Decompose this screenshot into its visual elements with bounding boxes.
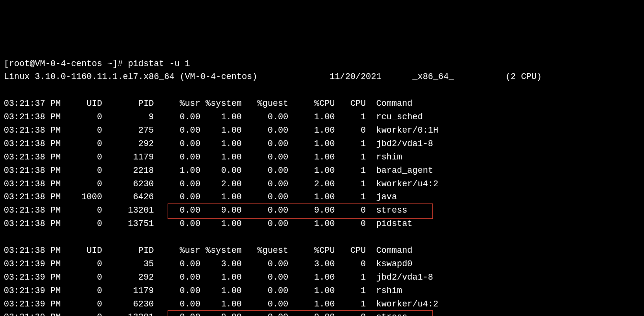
table-row: 03:21:39 PM 0 1179 0.00 1.00 0.00 1.00 1… xyxy=(4,284,640,298)
table-header: 03:21:37 PM UID PID %usr %system %guest … xyxy=(4,97,640,111)
blank xyxy=(4,84,640,97)
table-row: 03:21:38 PM 0 1179 0.00 1.00 0.00 1.00 1… xyxy=(4,151,640,164)
prompt-line: [root@VM-0-4-centos ~]# pidstat -u 1 xyxy=(4,57,640,71)
table-row: 03:21:39 PM 0 292 0.00 1.00 0.00 1.00 1 … xyxy=(4,271,640,284)
table-row: 03:21:39 PM 0 13201 0.00 9.00 0.00 9.00 … xyxy=(4,311,640,316)
table-row: 03:21:38 PM 0 292 0.00 1.00 0.00 1.00 1 … xyxy=(4,137,640,151)
table-row: 03:21:38 PM 0 9 0.00 1.00 0.00 1.00 1 rc… xyxy=(4,111,640,124)
table-row: 03:21:38 PM 0 275 0.00 1.00 0.00 1.00 0 … xyxy=(4,124,640,137)
table-row: 03:21:39 PM 0 35 0.00 3.00 0.00 3.00 0 k… xyxy=(4,258,640,271)
table-row: 03:21:38 PM 0 13751 0.00 1.00 0.00 1.00 … xyxy=(4,217,640,231)
table-row: 03:21:38 PM 0 2218 1.00 0.00 0.00 1.00 1… xyxy=(4,164,640,178)
table-row: 03:21:39 PM 0 6230 0.00 1.00 0.00 1.00 1… xyxy=(4,298,640,311)
system-line: Linux 3.10.0-1160.11.1.el7.x86_64 (VM-0-… xyxy=(4,70,640,84)
blank xyxy=(4,231,640,244)
terminal-output: [root@VM-0-4-centos ~]# pidstat -u 1Linu… xyxy=(4,57,640,316)
table-row: 03:21:38 PM 0 6230 0.00 2.00 0.00 2.00 1… xyxy=(4,178,640,191)
table-row: 03:21:38 PM 0 13201 0.00 9.00 0.00 9.00 … xyxy=(4,204,640,217)
table-header: 03:21:38 PM UID PID %usr %system %guest … xyxy=(4,244,640,258)
table-row: 03:21:38 PM 1000 6426 0.00 1.00 0.00 1.0… xyxy=(4,191,640,204)
